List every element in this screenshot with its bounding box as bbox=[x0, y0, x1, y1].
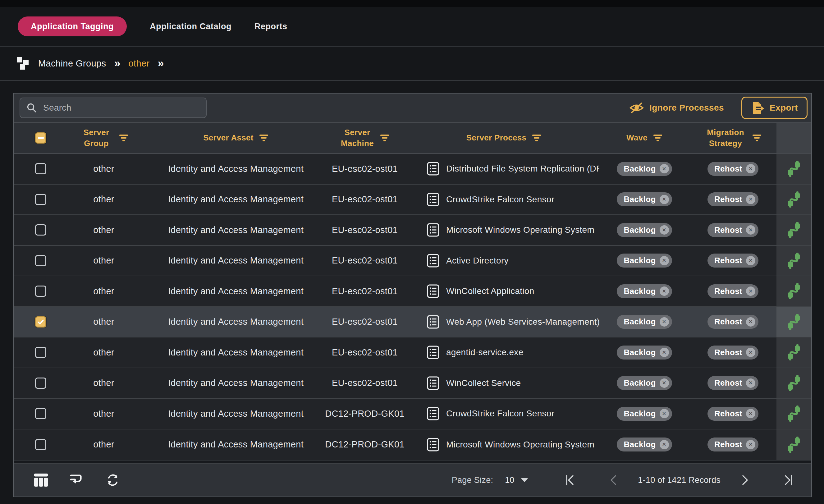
row-checkbox[interactable] bbox=[35, 224, 46, 235]
column-header-server-group[interactable]: Server Group bbox=[57, 123, 150, 153]
chip-remove-icon[interactable]: ✕ bbox=[746, 440, 755, 449]
wave-chip[interactable]: Backlog ✕ bbox=[617, 254, 672, 268]
column-header-server-process[interactable]: Server Process bbox=[408, 123, 599, 153]
wave-chip[interactable]: Backlog ✕ bbox=[617, 407, 672, 421]
strategy-chip[interactable]: Rehost ✕ bbox=[708, 192, 758, 206]
tab-reports[interactable]: Reports bbox=[254, 22, 287, 31]
chip-remove-icon[interactable]: ✕ bbox=[660, 164, 669, 173]
columns-icon[interactable] bbox=[34, 474, 48, 487]
tab-application-catalog[interactable]: Application Catalog bbox=[150, 22, 231, 31]
table-row[interactable]: other Identity and Access Management DC1… bbox=[14, 399, 811, 429]
strategy-chip[interactable]: Rehost ✕ bbox=[708, 254, 758, 268]
refresh-icon[interactable] bbox=[106, 474, 119, 487]
filter-icon[interactable] bbox=[532, 134, 541, 142]
table-row[interactable]: other Identity and Access Management EU-… bbox=[14, 276, 811, 307]
chip-remove-icon[interactable]: ✕ bbox=[746, 195, 755, 204]
wave-chip[interactable]: Backlog ✕ bbox=[617, 437, 672, 451]
strategy-chip[interactable]: Rehost ✕ bbox=[708, 345, 758, 360]
search-box[interactable] bbox=[20, 98, 207, 118]
page-size-dropdown-icon[interactable] bbox=[521, 478, 528, 482]
chip-remove-icon[interactable]: ✕ bbox=[660, 379, 669, 388]
search-input[interactable] bbox=[42, 103, 200, 113]
chip-remove-icon[interactable]: ✕ bbox=[660, 287, 669, 296]
table-row[interactable]: other Identity and Access Management EU-… bbox=[14, 337, 811, 368]
table-row[interactable]: other Identity and Access Management EU-… bbox=[14, 154, 811, 185]
strategy-chip[interactable]: Rehost ✕ bbox=[708, 284, 758, 298]
row-checkbox[interactable] bbox=[35, 255, 46, 266]
column-header-wave[interactable]: Wave bbox=[599, 123, 690, 153]
process-connections-icon[interactable] bbox=[786, 221, 802, 238]
chip-remove-icon[interactable]: ✕ bbox=[746, 225, 755, 234]
table-row[interactable]: other Identity and Access Management EU-… bbox=[14, 307, 811, 338]
process-connections-icon[interactable] bbox=[786, 283, 802, 300]
strategy-chip[interactable]: Rehost ✕ bbox=[708, 376, 758, 390]
chip-remove-icon[interactable]: ✕ bbox=[660, 317, 669, 326]
wave-chip[interactable]: Backlog ✕ bbox=[617, 162, 672, 176]
chip-remove-icon[interactable]: ✕ bbox=[746, 379, 755, 388]
strategy-chip[interactable]: Rehost ✕ bbox=[708, 437, 758, 451]
row-checkbox[interactable] bbox=[35, 163, 46, 174]
export-button[interactable]: Export bbox=[741, 97, 808, 119]
wave-chip[interactable]: Backlog ✕ bbox=[617, 223, 672, 237]
chip-remove-icon[interactable]: ✕ bbox=[746, 317, 755, 326]
wave-chip[interactable]: Backlog ✕ bbox=[617, 192, 672, 206]
filter-icon[interactable] bbox=[752, 134, 761, 142]
breadcrumb-current[interactable]: other bbox=[128, 59, 149, 69]
wave-chip[interactable]: Backlog ✕ bbox=[617, 345, 672, 360]
chip-remove-icon[interactable]: ✕ bbox=[660, 256, 669, 265]
table-row[interactable]: other Identity and Access Management EU-… bbox=[14, 246, 811, 277]
table-row[interactable]: other Identity and Access Management EU-… bbox=[14, 215, 811, 246]
row-checkbox[interactable] bbox=[35, 316, 46, 327]
process-connections-icon[interactable] bbox=[786, 375, 802, 392]
strategy-chip[interactable]: Rehost ✕ bbox=[708, 223, 758, 237]
column-header-server-machine[interactable]: Server Machine bbox=[321, 123, 408, 153]
chip-remove-icon[interactable]: ✕ bbox=[746, 256, 755, 265]
table-row[interactable]: other Identity and Access Management DC1… bbox=[14, 429, 811, 460]
wave-chip[interactable]: Backlog ✕ bbox=[617, 284, 672, 298]
column-header-migration-strategy[interactable]: Migration Strategy bbox=[690, 123, 777, 153]
chip-remove-icon[interactable]: ✕ bbox=[660, 225, 669, 234]
row-checkbox[interactable] bbox=[35, 439, 46, 450]
strategy-chip[interactable]: Rehost ✕ bbox=[708, 162, 758, 176]
process-connections-icon[interactable] bbox=[786, 405, 802, 422]
chip-remove-icon[interactable]: ✕ bbox=[746, 164, 755, 173]
chip-remove-icon[interactable]: ✕ bbox=[746, 287, 755, 296]
filter-icon[interactable] bbox=[119, 134, 128, 142]
row-checkbox[interactable] bbox=[35, 378, 46, 389]
wave-chip[interactable]: Backlog ✕ bbox=[617, 315, 672, 329]
process-connections-icon[interactable] bbox=[786, 252, 802, 269]
next-page-button[interactable] bbox=[741, 475, 749, 486]
first-page-button[interactable] bbox=[565, 475, 575, 486]
last-page-button[interactable] bbox=[783, 475, 793, 486]
process-connections-icon[interactable] bbox=[786, 191, 802, 208]
filter-icon[interactable] bbox=[259, 134, 269, 142]
filter-icon[interactable] bbox=[380, 134, 389, 142]
page-size-value[interactable]: 10 bbox=[505, 476, 514, 485]
filter-icon[interactable] bbox=[653, 134, 662, 142]
process-connections-icon[interactable] bbox=[786, 436, 802, 453]
wrap-text-icon[interactable] bbox=[70, 475, 84, 486]
tab-application-tagging[interactable]: Application Tagging bbox=[18, 16, 127, 36]
ignore-processes-button[interactable]: Ignore Processes bbox=[629, 102, 724, 114]
process-connections-icon[interactable] bbox=[786, 160, 802, 177]
chip-remove-icon[interactable]: ✕ bbox=[746, 348, 755, 357]
breadcrumb-root[interactable]: Machine Groups bbox=[38, 59, 106, 69]
chip-remove-icon[interactable]: ✕ bbox=[746, 409, 755, 418]
row-checkbox[interactable] bbox=[35, 347, 46, 358]
previous-page-button[interactable] bbox=[609, 475, 617, 486]
column-header-server-asset[interactable]: Server Asset bbox=[150, 123, 321, 153]
table-row[interactable]: other Identity and Access Management EU-… bbox=[14, 185, 811, 215]
chip-remove-icon[interactable]: ✕ bbox=[660, 409, 669, 418]
select-all-checkbox[interactable] bbox=[35, 132, 46, 143]
row-checkbox[interactable] bbox=[35, 286, 46, 297]
process-connections-icon[interactable] bbox=[786, 313, 802, 330]
table-row[interactable]: other Identity and Access Management EU-… bbox=[14, 368, 811, 399]
chip-remove-icon[interactable]: ✕ bbox=[660, 348, 669, 357]
row-checkbox[interactable] bbox=[35, 194, 46, 205]
chip-remove-icon[interactable]: ✕ bbox=[660, 195, 669, 204]
wave-chip[interactable]: Backlog ✕ bbox=[617, 376, 672, 390]
strategy-chip[interactable]: Rehost ✕ bbox=[708, 315, 758, 329]
process-connections-icon[interactable] bbox=[786, 344, 802, 361]
chip-remove-icon[interactable]: ✕ bbox=[660, 440, 669, 449]
strategy-chip[interactable]: Rehost ✕ bbox=[708, 407, 758, 421]
